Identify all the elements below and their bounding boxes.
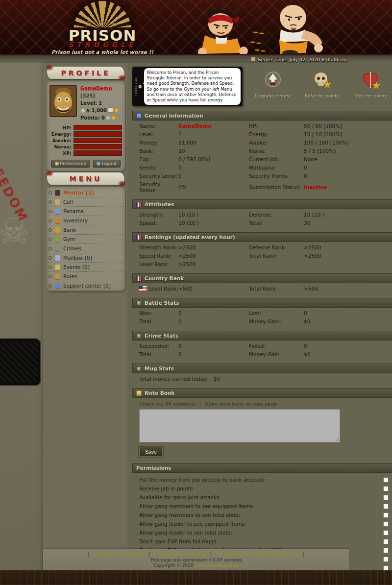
section-header-crime-stats: Crime Stats (132, 331, 392, 341)
stat-label: Level Rank: (139, 261, 178, 267)
money-value: $ 1,000 (86, 108, 107, 113)
stat-label: Seeds: (139, 165, 178, 171)
permission-checkbox[interactable] (383, 512, 389, 518)
bullet-icon (49, 191, 52, 195)
section-header-rankings: Rankings (updated every hour) (132, 232, 392, 242)
sidebar-item-cell[interactable]: Cell (48, 197, 124, 207)
notebook-save-button[interactable]: Save (139, 447, 163, 457)
bullet-icon (49, 228, 52, 232)
permission-checkbox[interactable] (383, 504, 389, 509)
stat-label: Speed: (139, 220, 178, 226)
stat-value: 10 (10 ) (178, 220, 249, 226)
permission-row: Allow gang members to see equipped items… (139, 502, 391, 511)
prison-struggle-logo[interactable]: ☠ ☠ ☠ PRISON STRUGGLE Prison just got a … (41, 0, 164, 55)
stat-value: 0 (178, 351, 249, 357)
level-value: 1 (98, 100, 102, 106)
sidebar-item-rules[interactable]: Rules (48, 272, 124, 281)
permission-checkbox[interactable] (383, 557, 389, 562)
stat-label: Current Job: (249, 156, 304, 162)
permission-checkbox[interactable] (383, 530, 389, 536)
note-icon[interactable] (108, 107, 113, 113)
permission-checkbox[interactable] (383, 565, 389, 571)
permission-checkbox[interactable] (383, 495, 389, 500)
notebook-textarea[interactable] (139, 409, 340, 442)
stat-value: >500 (304, 286, 391, 292)
gold-coin-icon[interactable] (111, 116, 116, 120)
skull-plus-icon (312, 71, 332, 90)
stat-value: >2500 (304, 244, 391, 250)
stat-label: Lost: (249, 310, 304, 316)
refer-for-points-button[interactable]: Refer for points (300, 71, 343, 98)
permission-checkbox[interactable] (383, 486, 389, 491)
permission-checkbox[interactable] (383, 521, 389, 527)
tutorial-vertical-label: TUTORIAL (134, 76, 138, 97)
vent-grate-left (0, 339, 40, 385)
stat-value: $0 (178, 148, 249, 154)
stat-value: 0 (178, 310, 249, 316)
bullet-icon (49, 219, 52, 222)
sidebar: PROFILE GameDemo [325] Level: (43, 63, 127, 585)
menu-banner: MENU (47, 172, 124, 185)
upgrade-inmate-button[interactable]: Upgrade Inmate (251, 71, 294, 98)
prisoners-online-24h-link[interactable]: 74 Prisoners Online (24 Hours) (215, 552, 300, 557)
permission-checkbox[interactable] (383, 539, 389, 544)
section-header-permissions: Permissions (132, 463, 392, 473)
sidebar-item-mailbox[interactable]: Mailbox [0] (48, 253, 124, 263)
stat-value: >500 (178, 286, 249, 292)
hp-bar-label: HP: (49, 125, 74, 130)
open-notebook-link[interactable]: Open note book on new page (205, 402, 277, 407)
prisoners-online-link[interactable]: 14 Prisoners Online (153, 552, 207, 557)
section-header-mug-stats: Mug Stats (132, 364, 392, 373)
sidebar-item-gym[interactable]: Gym (48, 235, 124, 244)
logout-button[interactable]: Logout (93, 160, 121, 168)
bullet-icon (49, 247, 52, 250)
stat-value: >2500 (178, 253, 249, 259)
stat-value: 10 (10 ) (178, 212, 249, 218)
energy-bar-label: Energy: (49, 131, 74, 137)
menu-panel: Mentor [1] Cell Panama Inventory Bank Gy… (47, 187, 125, 291)
check-notebook-link[interactable]: Check my RP notebook (139, 402, 196, 407)
sidebar-item-crimes[interactable]: Crimes (48, 244, 124, 253)
battle-stats-body: Won:0Lost:0 Total:0Money Gain:$0 (132, 308, 392, 326)
stat-label: Strength: (139, 212, 178, 218)
clock-icon (251, 57, 256, 62)
permission-checkbox[interactable] (383, 548, 389, 553)
sidebar-item-bank[interactable]: Bank (48, 225, 124, 235)
preferences-button[interactable]: Preferences (51, 160, 90, 168)
nerve-bar (74, 144, 122, 149)
stat-label: Speed Rank: (139, 253, 178, 259)
permission-checkbox[interactable] (383, 477, 389, 483)
stat-value: 30 (304, 220, 391, 226)
stat-value: 0 / 595 [0%] (178, 156, 249, 162)
wrench-icon (55, 162, 59, 166)
crime-icon (136, 333, 142, 339)
sidebar-item-mentor[interactable]: Mentor [1] (48, 188, 124, 197)
sidebar-item-support-center[interactable]: Support center [0] (48, 281, 124, 290)
profile-user-id: [325] (80, 93, 95, 98)
section-header-battle-stats: Battle Stats (132, 298, 392, 308)
stat-value: $1,000 (178, 140, 249, 146)
stat-label: Succeeded: (139, 343, 178, 349)
stat-bars: HP: Energy: Awake: Nerve: XP: (49, 125, 122, 156)
sidebar-item-inventory[interactable]: Inventory (48, 216, 124, 225)
section-header-attributes: Attributes (132, 199, 392, 209)
mentor-icon (55, 190, 60, 195)
prisoner-characters-art (196, 1, 333, 54)
stat-label: Total Rank: (249, 286, 304, 292)
logo-tagline: Prison just got a whole lot worse !! (41, 49, 164, 55)
vote-for-points-button[interactable]: Vote for points (349, 71, 392, 98)
heart-plus-icon (361, 71, 381, 90)
lockdowngaming-link[interactable]: LockdownGaming (195, 563, 239, 568)
avatar[interactable] (49, 85, 77, 117)
stat-value-username[interactable]: GameDemo (178, 123, 249, 129)
gold-plus-icon[interactable] (114, 108, 119, 113)
profile-username-link[interactable]: GameDemo (80, 86, 112, 91)
total-prisoners-link[interactable]: 325 Total Prisoners (92, 552, 145, 557)
sidebar-item-events[interactable]: Events [0] (48, 263, 124, 272)
sidebar-item-panama[interactable]: Panama (48, 207, 124, 216)
section-header-note-book: Note Book (132, 388, 392, 398)
coin-icon[interactable] (106, 116, 110, 120)
stat-label: Security Points: (249, 173, 304, 179)
stat-label: Money: (139, 140, 178, 146)
stat-value: >2500 (178, 261, 249, 267)
